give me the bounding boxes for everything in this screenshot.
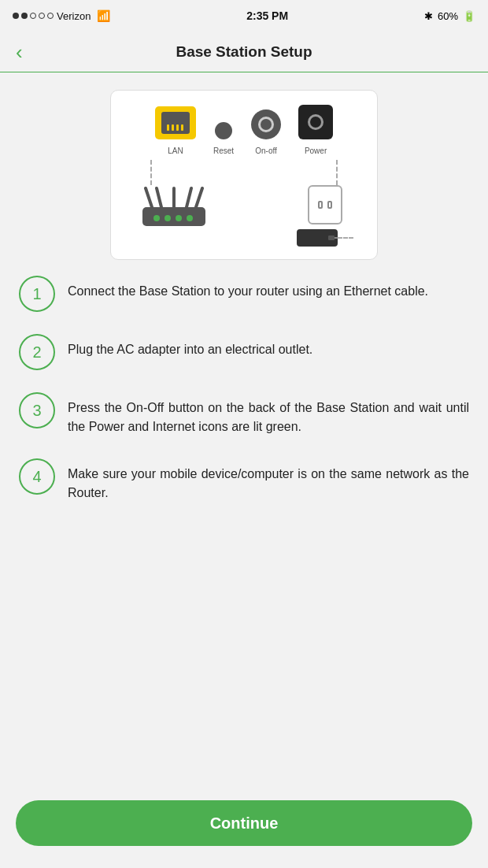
step-circle-4: 4 [19,458,55,495]
svg-point-7 [165,215,171,221]
connector-right [336,160,338,185]
reset-port-item: Reset [213,122,234,155]
page-title: Base Station Setup [176,43,312,61]
step-row-4: 4 Make sure your mobile device/computer … [19,458,469,503]
reset-icon [215,122,232,139]
signal-dot-3 [30,13,36,19]
clock: 2:35 PM [246,9,288,22]
devices-row [127,185,361,247]
connector-lines [127,160,361,185]
nav-bar: ‹ Base Station Setup [0,32,488,72]
svg-point-8 [176,215,182,221]
power-port-item: Power [298,105,333,155]
power-icon [298,105,333,139]
connector-left [150,160,152,185]
wifi-icon: 📶 [97,9,110,22]
svg-line-2 [157,188,161,207]
svg-line-4 [187,188,191,207]
adapter-cable [338,237,353,239]
steps-section: 1 Connect the Base Station to your route… [0,268,488,503]
step-text-1: Connect the Base Station to your router … [68,276,428,301]
step-text-3: Press the On-Off button on the back of t… [68,392,469,436]
onoff-icon [251,109,281,139]
status-left: Verizon 📶 [13,9,110,22]
step-number-2: 2 [32,343,41,362]
step-circle-3: 3 [19,392,55,428]
continue-button[interactable]: Continue [16,800,472,846]
outlet-icon [308,185,342,224]
signal-dot-4 [39,13,45,19]
continue-label: Continue [210,814,279,833]
battery-label: 60% [438,10,458,22]
step-row-1: 1 Connect the Base Station to your route… [19,276,469,312]
onoff-port-item: On-off [251,109,281,155]
step-row-2: 2 Plug the AC adapter into an electrical… [19,334,469,370]
step-circle-2: 2 [19,334,55,370]
step-number-3: 3 [32,402,41,420]
lan-port-icon [155,106,196,139]
bluetooth-icon: ✱ [424,10,433,22]
adapter-row [297,229,353,247]
back-button[interactable]: ‹ [16,42,23,62]
ports-row: LAN Reset On-off Power [155,105,333,155]
svg-rect-10 [297,232,328,244]
step-row-3: 3 Press the On-Off button on the back of… [19,392,469,436]
svg-rect-11 [328,236,335,240]
step-text-2: Plug the AC adapter into an electrical o… [68,334,312,359]
svg-rect-0 [142,207,205,226]
svg-line-1 [146,188,152,207]
carrier-label: Verizon [57,10,91,22]
lan-label: LAN [168,147,183,155]
status-bar: Verizon 📶 2:35 PM ✱ 60% 🔋 [0,0,488,32]
lan-pins [167,124,183,131]
signal-dot-5 [47,13,54,19]
power-adapter-area [297,185,353,247]
svg-point-6 [153,215,160,221]
signal-dots [13,13,54,19]
setup-diagram: LAN Reset On-off Power [110,90,378,260]
adapter-icon [297,229,338,247]
lan-port-item: LAN [155,106,196,155]
router-diagram [135,185,213,236]
step-number-4: 4 [32,468,41,486]
router-icon [135,185,213,236]
signal-dot-1 [13,13,19,19]
step-number-1: 1 [32,285,41,303]
reset-label: Reset [213,147,234,155]
svg-point-9 [187,215,193,221]
signal-dot-2 [21,13,28,19]
lan-inner [161,112,190,134]
svg-line-5 [196,188,202,207]
status-right: ✱ 60% 🔋 [424,10,475,22]
step-circle-1: 1 [19,276,55,312]
step-text-4: Make sure your mobile device/computer is… [68,458,469,503]
battery-icon: 🔋 [463,10,475,22]
power-label: Power [305,147,327,155]
onoff-label: On-off [255,147,277,155]
